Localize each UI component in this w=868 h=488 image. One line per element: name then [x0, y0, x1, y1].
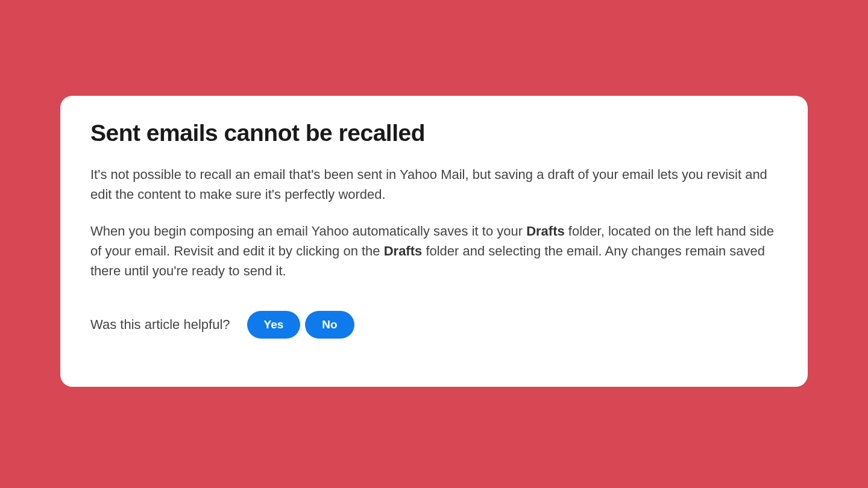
feedback-section: Was this article helpful? Yes No: [90, 311, 778, 339]
article-paragraph-1: It's not possible to recall an email tha…: [90, 164, 778, 204]
drafts-bold-2: Drafts: [384, 243, 423, 258]
drafts-bold-1: Drafts: [526, 224, 565, 239]
yes-button[interactable]: Yes: [247, 311, 301, 339]
article-paragraph-2: When you begin composing an email Yahoo …: [90, 221, 778, 281]
article-title: Sent emails cannot be recalled: [90, 120, 778, 146]
feedback-prompt: Was this article helpful?: [90, 317, 230, 333]
no-button[interactable]: No: [305, 311, 354, 339]
feedback-buttons: Yes No: [247, 311, 354, 339]
paragraph-text: When you begin composing an email Yahoo …: [90, 224, 526, 239]
article-card: Sent emails cannot be recalled It's not …: [60, 96, 808, 387]
